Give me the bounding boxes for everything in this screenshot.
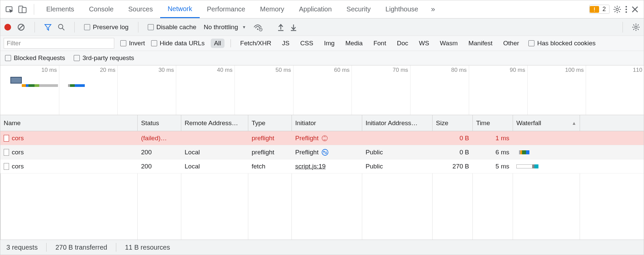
preserve-log-checkbox[interactable]: Preserve log <box>84 23 129 31</box>
panel-tab-performance[interactable]: Performance <box>200 0 253 18</box>
type-filter-wasm[interactable]: Wasm <box>437 39 461 48</box>
more-panels-icon[interactable]: » <box>427 5 439 14</box>
column-header-name[interactable]: Name <box>0 115 138 131</box>
record-button[interactable] <box>4 24 11 31</box>
filter-input[interactable]: Filter <box>4 38 114 49</box>
cell-time: 5 ms <box>473 159 513 173</box>
resource-type-filter: AllFetch/XHRJSCSSImgMediaFontDocWSWasmMa… <box>211 39 523 48</box>
cell-remote: Local <box>181 145 248 159</box>
column-header-time[interactable]: Time <box>473 115 513 131</box>
column-header-initiatoraddress[interactable]: Initiator Address… <box>362 115 433 131</box>
panel-tab-sources[interactable]: Sources <box>121 0 160 18</box>
panel-tab-security[interactable]: Security <box>339 0 378 18</box>
cell-size: 0 B <box>433 145 473 159</box>
type-filter-css[interactable]: CSS <box>297 39 317 48</box>
separator <box>34 4 34 15</box>
panel-tab-elements[interactable]: Elements <box>39 0 81 18</box>
type-filter-other[interactable]: Other <box>500 39 523 48</box>
panel-tab-console[interactable]: Console <box>81 0 121 18</box>
panel-tab-application[interactable]: Application <box>292 0 339 18</box>
timeline-tick-label: 70 ms <box>393 67 410 73</box>
inspect-element-icon[interactable] <box>6 6 14 13</box>
panel-tab-lighthouse[interactable]: Lighthouse <box>378 0 426 18</box>
type-filter-doc[interactable]: Doc <box>393 39 411 48</box>
svg-line-19 <box>19 25 23 30</box>
invert-label: Invert <box>129 40 145 47</box>
settings-gear-icon[interactable] <box>614 6 621 13</box>
separator <box>138 22 138 33</box>
dropdown-caret-icon: ▼ <box>242 25 246 30</box>
table-row[interactable]: cors(failed)…preflightPreflight 0 B1 ms <box>0 131 644 145</box>
document-icon <box>4 163 9 170</box>
invert-checkbox[interactable]: Invert <box>120 40 145 47</box>
separator <box>116 243 116 252</box>
svg-point-4 <box>616 8 619 10</box>
timeline-tick-label: 30 ms <box>158 67 176 73</box>
svg-point-26 <box>635 26 637 28</box>
type-filter-ws[interactable]: WS <box>415 39 433 48</box>
status-requests: 3 requests <box>6 244 38 251</box>
table-row[interactable]: cors200LocalpreflightPreflight Public0 B… <box>0 145 644 159</box>
throttling-select[interactable]: No throttling▼ <box>202 23 247 31</box>
panel-tab-memory[interactable]: Memory <box>253 0 292 18</box>
column-header-waterfall[interactable]: Waterfall <box>513 115 580 131</box>
svg-line-32 <box>638 29 639 30</box>
svg-point-36 <box>322 149 328 155</box>
column-header-type[interactable]: Type <box>248 115 292 131</box>
type-filter-font[interactable]: Font <box>370 39 389 48</box>
cell-initiator: Preflight <box>292 131 362 145</box>
has-blocked-cookies-label: Has blocked cookies <box>537 40 595 47</box>
kebab-menu-icon[interactable] <box>625 6 628 13</box>
search-icon[interactable] <box>58 23 65 31</box>
type-filter-fetchxhr[interactable]: Fetch/XHR <box>237 39 275 48</box>
issues-badge[interactable]: 2 <box>589 5 609 14</box>
filter-bar: Filter Invert Hide data URLs AllFetch/XH… <box>0 36 644 51</box>
status-bar: 3 requests 270 B transferred 11 B resour… <box>0 240 644 255</box>
timeline-tick-label: 40 ms <box>217 67 235 73</box>
svg-line-31 <box>633 24 634 26</box>
column-header-status[interactable]: Status <box>138 115 181 131</box>
svg-rect-2 <box>22 7 26 13</box>
disable-cache-checkbox[interactable]: Disable cache <box>148 23 196 31</box>
cell-status: 200 <box>138 145 181 159</box>
table-row[interactable]: cors200Localfetchscript.js:19Public270 B… <box>0 159 644 173</box>
svg-point-13 <box>626 6 627 7</box>
export-har-icon[interactable] <box>290 23 297 31</box>
import-har-icon[interactable] <box>277 23 284 31</box>
cell-type: preflight <box>248 131 292 145</box>
filter-placeholder: Filter <box>7 40 21 47</box>
filter-toggle-icon[interactable] <box>44 23 52 31</box>
type-filter-img[interactable]: Img <box>321 39 338 48</box>
cell-extra <box>580 145 644 159</box>
column-header-size[interactable]: Size <box>433 115 473 131</box>
preserve-log-label: Preserve log <box>93 23 129 31</box>
column-header-extra[interactable] <box>580 115 644 131</box>
cell-size: 270 B <box>433 159 473 173</box>
table-body: cors(failed)…preflightPreflight 0 B1 msc… <box>0 131 644 240</box>
svg-line-9 <box>615 7 616 8</box>
cell-waterfall <box>513 145 580 159</box>
panel-tab-network[interactable]: Network <box>160 0 199 18</box>
network-settings-gear-icon[interactable] <box>632 23 640 31</box>
has-blocked-cookies-checkbox[interactable]: Has blocked cookies <box>528 40 595 47</box>
column-header-initiator[interactable]: Initiator <box>292 115 362 131</box>
device-toolbar-icon[interactable] <box>18 6 26 13</box>
type-filter-manifest[interactable]: Manifest <box>465 39 496 48</box>
timeline-tick-label: 10 ms <box>41 67 59 73</box>
blocked-requests-checkbox[interactable]: Blocked Requests <box>5 54 65 62</box>
type-filter-all[interactable]: All <box>211 39 224 48</box>
status-transferred: 270 B transferred <box>55 244 107 251</box>
timeline-overview[interactable]: 10 ms20 ms30 ms40 ms50 ms60 ms70 ms80 ms… <box>0 65 644 115</box>
clear-log-icon[interactable] <box>17 23 25 31</box>
hide-data-urls-checkbox[interactable]: Hide data URLs <box>151 40 205 47</box>
type-filter-media[interactable]: Media <box>342 39 366 48</box>
cell-type: fetch <box>248 159 292 173</box>
throttling-label: No throttling <box>204 23 238 31</box>
close-devtools-icon[interactable] <box>632 6 638 13</box>
column-header-remoteaddress[interactable]: Remote Address… <box>181 115 248 131</box>
cell-initiator-addr: Public <box>362 159 433 173</box>
network-conditions-icon[interactable] <box>253 24 262 31</box>
cell-status: (failed)… <box>138 131 181 145</box>
type-filter-js[interactable]: JS <box>279 39 293 48</box>
third-party-checkbox[interactable]: 3rd-party requests <box>74 54 134 62</box>
